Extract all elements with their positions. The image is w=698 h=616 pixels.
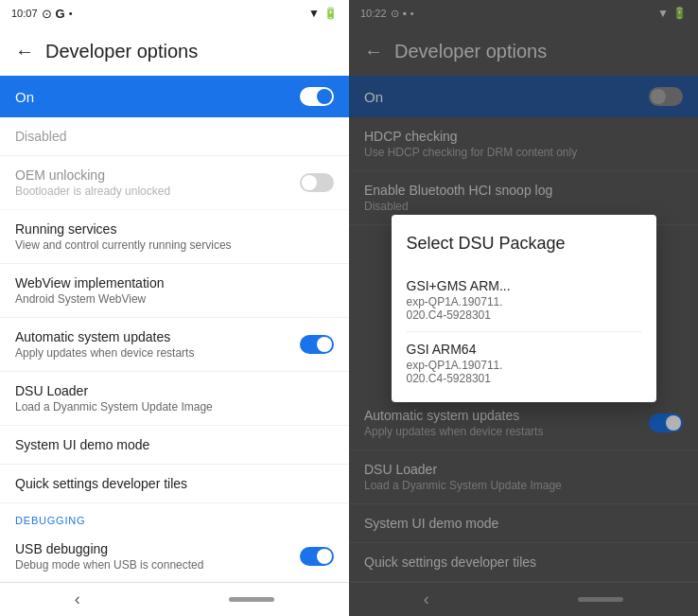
list-item[interactable]: Quick settings developer tiles [0,465,349,503]
left-dot: • [69,8,73,19]
left-on-bar: On [0,76,349,117]
list-item[interactable]: Automatic system updates Apply updates w… [0,318,349,372]
auto-update-text: Automatic system updates Apply updates w… [15,329,300,360]
gsi-gms-subtitle: exp-QP1A.190711.020.C4-5928301 [407,295,641,322]
oem-unlocking-subtitle: Bootloader is already unlocked [15,185,300,198]
modal-item-gsi-gms[interactable]: GSI+GMS ARM... exp-QP1A.190711.020.C4-59… [407,269,641,332]
webview-title: WebView implementation [15,275,334,290]
quick-settings-title: Quick settings developer tiles [15,476,334,491]
left-nav-bar: ← Developer options [0,26,349,76]
left-nav-title: Developer options [45,41,198,62]
quick-settings-text: Quick settings developer tiles [15,476,334,491]
gsi-arm64-title: GSI ARM64 [407,342,641,357]
left-status-left: 10:07 ⊙ G • [11,7,73,21]
running-services-subtitle: View and control currently running servi… [15,238,334,252]
oem-unlocking-title: OEM unlocking [15,167,300,183]
usb-debug-title: USB debugging [15,541,300,556]
oem-toggle-knob [302,175,317,190]
left-back-nav-button[interactable]: ‹ [75,590,80,609]
webview-text: WebView implementation Android System We… [15,275,334,306]
left-phone: 10:07 ⊙ G • ▼ 🔋 ← Developer options On D… [0,0,349,616]
webview-subtitle: Android System WebView [15,292,334,306]
right-phone: 10:22 ⊙ ▪ • ▼ 🔋 ← Developer options On H… [349,0,698,616]
list-item[interactable]: Running services View and control curren… [0,210,349,264]
usb-debug-text: USB debugging Debug mode when USB is con… [15,541,300,572]
list-item[interactable]: System UI demo mode [0,426,349,465]
auto-update-toggle[interactable] [300,335,334,354]
left-settings-list: Disabled OEM unlocking Bootloader is alr… [0,117,349,582]
usb-debug-toggle[interactable] [300,547,334,566]
oem-toggle[interactable] [300,173,334,192]
system-ui-title: System UI demo mode [15,437,334,452]
modal-item-gsi-arm64[interactable]: GSI ARM64 exp-QP1A.190711.020.C4-5928301 [407,332,641,395]
left-nav-pill [229,597,274,602]
auto-update-subtitle: Apply updates when device restarts [15,346,300,360]
dsu-loader-subtitle: Load a Dyanmic System Update Image [15,400,334,414]
running-services-text: Running services View and control curren… [15,221,334,252]
left-back-button[interactable]: ← [15,41,34,62]
left-on-toggle-knob [317,89,332,104]
modal-title: Select DSU Package [407,234,641,254]
system-ui-text: System UI demo mode [15,437,334,452]
left-wifi-icon: ▼ [308,7,320,20]
auto-update-knob [317,337,332,352]
left-on-toggle[interactable] [300,87,334,106]
left-status-bar: 10:07 ⊙ G • ▼ 🔋 [0,0,349,26]
list-item[interactable]: DSU Loader Load a Dyanmic System Update … [0,372,349,426]
list-item[interactable]: USB debugging Debug mode when USB is con… [0,530,349,582]
dsu-loader-title: DSU Loader [15,383,334,398]
select-dsu-modal: Select DSU Package GSI+GMS ARM... exp-QP… [392,215,656,402]
left-status-right: ▼ 🔋 [308,7,338,20]
left-time: 10:07 [11,8,38,19]
left-on-label: On [15,89,34,105]
gsi-gms-title: GSI+GMS ARM... [407,278,641,293]
left-google-icon: ⊙ [42,7,52,21]
left-g-icon: G [56,7,65,21]
usb-debug-knob [317,549,332,564]
list-item: Disabled [0,117,349,156]
debugging-header: DEBUGGING [0,503,349,530]
usb-debug-subtitle: Debug mode when USB is connected [15,558,300,572]
modal-overlay: Select DSU Package GSI+GMS ARM... exp-QP… [349,0,698,616]
disabled-text: Disabled [15,129,66,144]
list-item[interactable]: WebView implementation Android System We… [0,264,349,318]
running-services-title: Running services [15,221,334,237]
gsi-arm64-subtitle: exp-QP1A.190711.020.C4-5928301 [407,359,641,385]
dsu-loader-text: DSU Loader Load a Dyanmic System Update … [15,383,334,414]
auto-update-title: Automatic system updates [15,329,300,344]
left-battery-icon: 🔋 [323,7,338,20]
oem-unlocking-text: OEM unlocking Bootloader is already unlo… [15,167,300,198]
left-bottom-nav: ‹ [0,582,349,616]
list-item[interactable]: OEM unlocking Bootloader is already unlo… [0,156,349,210]
